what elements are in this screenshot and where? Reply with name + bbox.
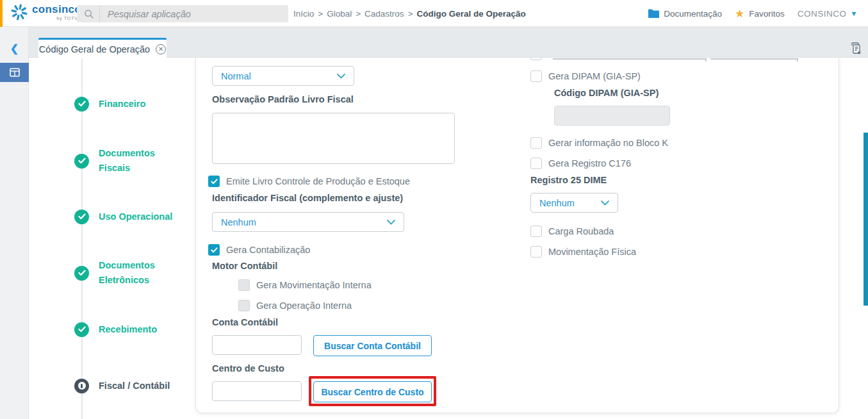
chevron-down-icon — [387, 220, 395, 225]
step-label: Financeiro — [99, 97, 145, 111]
identificador-select-value: Nenhum — [221, 217, 256, 227]
emite-livro-checkbox-row[interactable]: Emite Livro Controle de Produção e Estoq… — [208, 176, 410, 187]
registro-dime-select[interactable]: Nenhum — [530, 193, 618, 213]
mov-fisica-checkbox-row[interactable]: Movimentação Física — [530, 246, 636, 258]
checkbox-label: Carga Roubada — [548, 226, 614, 236]
left-sidebar: ❮ — [0, 27, 29, 419]
star-icon: ★ — [735, 8, 744, 19]
clipped-text-remnant — [705, 58, 707, 62]
clipped-checkbox-remnant — [530, 58, 542, 60]
breadcrumb-item[interactable]: Início — [293, 9, 314, 19]
logo-brand-text: consinco — [32, 4, 81, 15]
clipped-text-remnant — [797, 58, 798, 62]
documentation-link[interactable]: Documentação — [648, 9, 722, 19]
app-header: consinco by TOTVS Pesquisar aplicação In… — [0, 0, 868, 27]
breadcrumb-current: Código Geral de Operação — [417, 9, 526, 19]
carga-roubada-checkbox-row[interactable]: Carga Roubada — [530, 226, 614, 237]
registro-c176-checkbox-row[interactable]: Gera Registro C176 — [530, 158, 631, 169]
documentation-label: Documentação — [664, 9, 722, 19]
checkbox-unchecked-icon[interactable] — [530, 70, 542, 82]
step-documentos-eletronicos[interactable]: Documentos Eletrônicos — [74, 258, 155, 288]
caret-down-icon: ▼ — [851, 10, 858, 17]
checkbox-unchecked-icon[interactable] — [530, 246, 542, 258]
collapse-sidebar-button[interactable]: ❮ — [0, 42, 29, 54]
tipo-select[interactable]: Normal — [212, 66, 354, 86]
conta-contabil-label: Conta Contábil — [212, 317, 278, 327]
tab-close-icon[interactable]: ✕ — [156, 44, 166, 54]
checkbox-checked-icon[interactable] — [208, 244, 220, 256]
step-label: Recebimento — [99, 322, 157, 337]
breadcrumb-separator: > — [356, 9, 361, 19]
step-label: Fiscal / Contábil — [99, 379, 170, 393]
checkbox-label: Movimentação Física — [548, 247, 636, 257]
bloco-k-checkbox-row[interactable]: Gerar informação no Bloco K — [530, 137, 668, 149]
observacao-textarea[interactable] — [212, 113, 455, 164]
checkbox-unchecked-icon[interactable] — [530, 226, 542, 237]
gera-contabilizacao-checkbox-row[interactable]: Gera Contabilização — [208, 244, 310, 256]
step-recebimento[interactable]: Recebimento — [74, 315, 157, 344]
search-icon — [84, 9, 94, 19]
buscar-conta-contabil-button[interactable]: Buscar Conta Contábil — [313, 335, 432, 356]
consinco-logo: consinco by TOTVS — [10, 3, 81, 21]
gera-op-interna-checkbox-row: Gera Operação Interna — [238, 300, 352, 311]
gera-mov-interna-checkbox-row: Gera Movimentação Interna — [238, 279, 372, 291]
tab-codigo-geral-de-operacao[interactable]: Código Geral de Operação ✕ — [38, 38, 167, 58]
step-uso-operacional[interactable]: Uso Operacional — [74, 202, 172, 231]
favorites-label: Favoritos — [749, 9, 785, 19]
checkbox-label: Gera Contabilização — [226, 245, 310, 255]
motor-contabil-label: Motor Contábil — [212, 261, 277, 271]
search-placeholder: Pesquisar aplicação — [108, 9, 191, 19]
step-check-icon — [74, 97, 89, 111]
breadcrumb-separator: > — [318, 9, 323, 19]
user-menu-label: CONSINCO — [798, 9, 847, 19]
checkbox-label: Gera Movimentação Interna — [256, 280, 372, 290]
checkbox-label: Emite Livro Controle de Produção e Estoq… — [226, 176, 410, 186]
tab-bar: Código Geral de Operação ✕ — [29, 27, 868, 58]
step-check-icon — [74, 154, 89, 168]
identificador-select[interactable]: Nenhum — [212, 212, 404, 232]
codigo-dipam-input — [554, 106, 670, 126]
checkbox-checked-icon[interactable] — [208, 176, 220, 187]
buscar-centro-custo-button[interactable]: Buscar Centro de Custo — [313, 381, 432, 402]
step-fiscal-contabil[interactable]: Fiscal / Contábil — [74, 371, 170, 400]
breadcrumb: Início > Global > Cadastros > Código Ger… — [293, 0, 526, 27]
close-all-tabs-icon[interactable] — [849, 42, 863, 56]
gera-dipam-checkbox-row[interactable]: Gera DIPAM (GIA-SP) — [530, 70, 641, 82]
apps-grid-icon — [10, 68, 20, 77]
button-label: Buscar Centro de Custo — [321, 387, 423, 397]
breadcrumb-separator: > — [408, 9, 413, 19]
step-label: Documentos Eletrônicos — [99, 258, 155, 288]
button-label: Buscar Conta Contábil — [324, 341, 421, 351]
step-financeiro[interactable]: Financeiro — [74, 89, 145, 119]
centro-custo-label: Centro de Custo — [212, 363, 284, 374]
chevron-down-icon — [337, 74, 345, 79]
user-menu[interactable]: CONSINCO ▼ — [798, 9, 858, 19]
step-label: Uso Operacional — [99, 210, 172, 224]
vertical-scrollbar-thumb[interactable] — [864, 133, 868, 306]
checkbox-label: Gera Registro C176 — [548, 158, 631, 168]
favorites-link[interactable]: ★ Favoritos — [735, 8, 785, 19]
checkbox-unchecked-icon[interactable] — [530, 158, 542, 169]
checkbox-label: Gera Operação Interna — [256, 300, 352, 311]
conta-contabil-input[interactable] — [212, 335, 302, 355]
step-documentos-fiscais[interactable]: Documentos Fiscais — [74, 146, 155, 176]
folder-icon — [648, 9, 659, 18]
clipped-text-remnant — [710, 58, 797, 60]
tipo-select-value: Normal — [221, 71, 251, 81]
breadcrumb-item[interactable]: Cadastros — [364, 9, 404, 19]
step-check-icon — [74, 322, 89, 337]
consinco-burst-icon — [10, 3, 28, 21]
step-check-icon — [74, 210, 89, 224]
form-card: Normal Observação Padrão Livro Fiscal Em… — [195, 58, 839, 413]
centro-custo-input[interactable] — [212, 381, 302, 401]
registro-dime-select-value: Nenhum — [539, 198, 575, 208]
checkbox-unchecked-icon[interactable] — [530, 137, 542, 149]
sidebar-item-applications[interactable] — [0, 63, 29, 82]
codigo-dipam-label: Código DIPAM (GIA-SP) — [554, 88, 659, 98]
observacao-label: Observação Padrão Livro Fiscal — [212, 94, 354, 104]
breadcrumb-item[interactable]: Global — [327, 9, 352, 19]
tab-label: Código Geral de Operação — [39, 44, 150, 54]
checkbox-disabled-icon — [238, 300, 250, 311]
search-input[interactable]: Pesquisar aplicação — [77, 5, 288, 22]
header-accent-bar — [0, 0, 3, 27]
